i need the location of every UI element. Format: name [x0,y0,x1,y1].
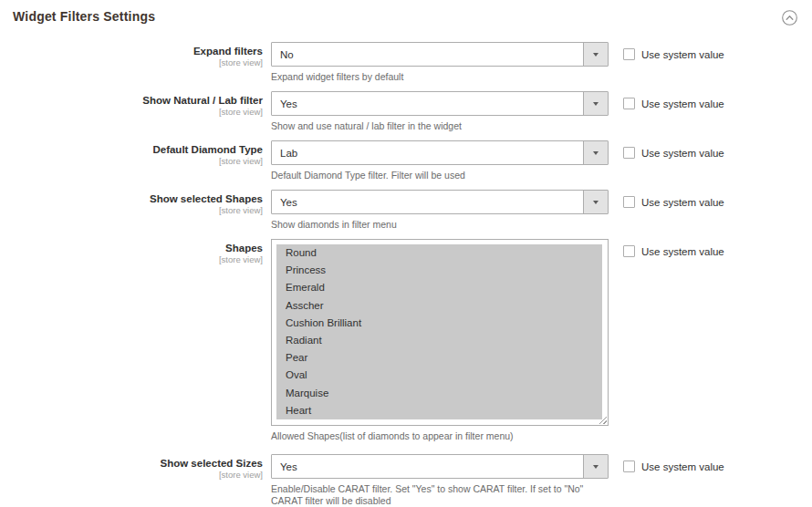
field-scope: [store view] [0,470,263,481]
value-col: Lab Default Diamond Type filter. Filter … [271,140,609,181]
panel-header: Widget Filters Settings [0,0,812,26]
field-note: Default Diamond Type filter. Filter will… [271,170,609,181]
show-selected-sizes-select[interactable]: Yes [271,454,609,479]
shapes-option-pear[interactable]: Pear [276,349,602,367]
show-selected-shapes-select[interactable]: Yes [271,190,609,214]
field-label: Expand filters [0,46,263,57]
use-system-value-checkbox[interactable] [623,48,635,60]
use-system-value: Use system value [623,190,812,209]
value-col: Yes Show and use natural / lab filter in… [271,91,609,132]
use-system-value-checkbox[interactable] [623,245,635,257]
expand-filters-select[interactable]: No [271,42,609,67]
use-system-value-label: Use system value [641,245,724,258]
value-col: No Expand widget filters by default [271,42,609,83]
field-scope: [store view] [0,107,263,118]
use-system-value: Use system value [623,454,812,473]
field-row-natural-lab-filter: Show Natural / Lab filter [store view] Y… [0,91,812,132]
select-value: Yes [272,461,297,472]
settings-form: Expand filters [store view] No Expand wi… [0,42,812,507]
value-col: Yes Show diamonds in filter menu [271,190,609,231]
field-row-show-selected-shapes: Show selected Shapes [store view] Yes Sh… [0,190,812,231]
field-label: Default Diamond Type [0,144,263,156]
shapes-option-round[interactable]: Round [276,244,602,262]
use-system-value: Use system value [623,91,812,110]
chevron-down-icon [583,141,608,164]
use-system-value-label: Use system value [641,147,724,160]
select-value: Yes [272,197,297,208]
field-note: Show and use natural / lab filter in the… [271,120,609,132]
field-row-expand-filters: Expand filters [store view] No Expand wi… [0,42,812,83]
default-diamond-type-select[interactable]: Lab [271,140,609,165]
shapes-option-heart[interactable]: Heart [276,402,602,419]
chevron-down-icon [583,92,608,115]
use-system-value: Use system value [623,140,812,160]
shapes-option-oval[interactable]: Oval [276,367,602,384]
use-system-value: Use system value [623,42,812,61]
label-col: Show selected Sizes [store view] [0,454,271,481]
select-value: Yes [272,98,297,109]
use-system-value-label: Use system value [641,98,724,110]
page-title: Widget Filters Settings [13,7,155,26]
field-note: Show diamonds in filter menu [271,219,609,231]
widget-filters-settings-panel: Widget Filters Settings Expand filters [… [0,0,812,507]
field-row-default-diamond-type: Default Diamond Type [store view] Lab De… [0,140,812,181]
field-label: Show Natural / Lab filter [0,95,263,107]
use-system-value-checkbox[interactable] [623,147,635,159]
field-scope: [store view] [0,254,263,265]
shapes-multiselect[interactable]: Round Princess Emerald Asscher Cushion B… [271,239,609,426]
shapes-option-marquise[interactable]: Marquise [276,385,602,402]
label-col: Show selected Shapes [store view] [0,190,271,216]
use-system-value-label: Use system value [641,196,724,209]
field-row-show-selected-sizes: Show selected Sizes [store view] Yes Ena… [0,454,812,507]
value-col: Yes Enable/Disable CARAT filter. Set "Ye… [271,454,609,507]
use-system-value-label: Use system value [641,460,724,473]
select-value: No [272,49,294,60]
use-system-value: Use system value [623,239,812,258]
collapse-section-button[interactable] [781,9,797,26]
field-label: Show selected Shapes [0,193,263,205]
use-system-value-label: Use system value [641,48,724,61]
field-label: Show selected Sizes [0,458,263,470]
chevron-down-icon [583,43,608,66]
label-col: Default Diamond Type [store view] [0,140,271,167]
chevron-down-icon [583,191,608,213]
shapes-option-cushion-brilliant[interactable]: Cushion Brilliant [276,315,602,332]
use-system-value-checkbox[interactable] [623,196,635,208]
chevron-down-icon [583,455,608,478]
use-system-value-checkbox[interactable] [623,460,635,472]
shapes-option-asscher[interactable]: Asscher [276,297,602,315]
natural-lab-filter-select[interactable]: Yes [271,91,609,116]
select-value: Lab [272,148,297,159]
shapes-option-princess[interactable]: Princess [276,262,602,279]
label-col: Expand filters [store view] [0,42,271,68]
field-note: Expand widget filters by default [271,71,609,83]
field-scope: [store view] [0,156,263,167]
label-col: Shapes [store view] [0,239,271,265]
field-note: Allowed Shapes(list of diamonds to appea… [271,430,609,442]
field-note: Enable/Disable CARAT filter. Set "Yes" t… [271,483,609,507]
shapes-option-emerald[interactable]: Emerald [276,279,602,296]
shapes-option-radiant[interactable]: Radiant [276,332,602,349]
label-col: Show Natural / Lab filter [store view] [0,91,271,118]
field-row-shapes: Shapes [store view] Round Princess Emera… [0,239,812,442]
field-label: Shapes [0,243,263,254]
value-col: Round Princess Emerald Asscher Cushion B… [271,239,609,442]
field-scope: [store view] [0,57,263,68]
field-scope: [store view] [0,205,263,216]
use-system-value-checkbox[interactable] [623,98,635,109]
chevron-up-circle-icon [782,10,797,26]
